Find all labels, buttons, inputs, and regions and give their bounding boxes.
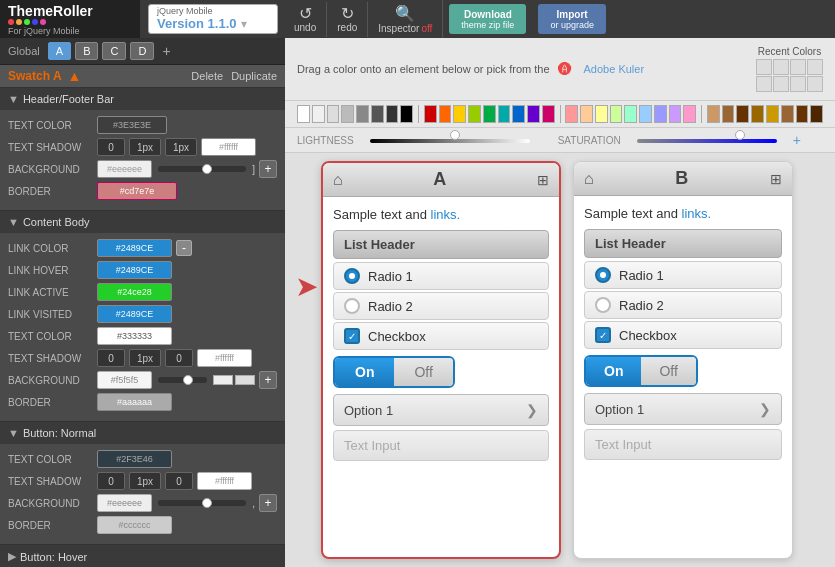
palette-color[interactable] — [512, 105, 525, 123]
content-shadow-y[interactable] — [129, 349, 161, 367]
radio2-a[interactable]: Radio 2 — [333, 292, 549, 320]
add-tab-button[interactable]: + — [162, 43, 170, 59]
toggle-on-a[interactable]: On — [335, 358, 394, 386]
palette-color[interactable] — [312, 105, 325, 123]
palette-color[interactable] — [371, 105, 384, 123]
recent-color-cell[interactable] — [790, 59, 806, 75]
undo-button[interactable]: ↺ undo — [284, 2, 327, 37]
palette-color[interactable] — [400, 105, 413, 123]
palette-color[interactable] — [356, 105, 369, 123]
download-button[interactable]: Download theme zip file — [449, 4, 526, 34]
btn-border-swatch[interactable]: #cccccc — [97, 516, 172, 534]
palette-color[interactable] — [527, 105, 540, 123]
content-shadow-blur[interactable] — [165, 349, 193, 367]
delete-swatch-button[interactable]: Delete — [191, 70, 223, 82]
palette-color[interactable] — [751, 105, 764, 123]
tab-b[interactable]: B — [75, 42, 98, 60]
jquery-mobile-selector[interactable]: jQuery Mobile Version 1.1.0 ▾ — [148, 4, 278, 34]
link-color-minus-button[interactable]: - — [176, 240, 192, 256]
palette-color[interactable] — [781, 105, 794, 123]
sample-link-b[interactable]: links. — [682, 206, 712, 221]
import-button[interactable]: Import or upgrade — [538, 4, 606, 34]
btn-bg-swatch[interactable]: #eeeeee — [97, 494, 152, 512]
palette-color[interactable] — [386, 105, 399, 123]
recent-color-cell[interactable] — [773, 59, 789, 75]
palette-color[interactable] — [610, 105, 623, 123]
btn-text-color-swatch[interactable]: #2F3E46 — [97, 450, 172, 468]
select-b[interactable]: Option 1 ❯ — [584, 393, 782, 425]
btn-bg-slider[interactable] — [158, 500, 246, 506]
recent-color-cell[interactable] — [807, 76, 823, 92]
palette-color[interactable] — [595, 105, 608, 123]
content-shadow-x[interactable] — [97, 349, 125, 367]
palette-color[interactable] — [707, 105, 720, 123]
radio1-b[interactable]: Radio 1 — [584, 261, 782, 289]
palette-color[interactable] — [297, 105, 310, 123]
palette-color[interactable] — [468, 105, 481, 123]
add-color-button[interactable]: + — [793, 132, 801, 148]
toggle-a[interactable]: On Off — [333, 356, 455, 388]
checkbox-b[interactable]: ✓ Checkbox — [584, 321, 782, 349]
palette-color[interactable] — [453, 105, 466, 123]
section-button-hover-toggle[interactable]: ▶ Button: Hover — [0, 545, 285, 567]
palette-color[interactable] — [424, 105, 437, 123]
link-color-swatch[interactable]: #2489CE — [97, 239, 172, 257]
section-header-footer-toggle[interactable]: ▼ Header/Footer Bar — [0, 88, 285, 110]
text-shadow-blur-input[interactable] — [165, 138, 197, 156]
select-a[interactable]: Option 1 ❯ — [333, 394, 549, 426]
content-border-swatch[interactable]: #aaaaaa — [97, 393, 172, 411]
content-shadow-color-swatch[interactable]: #ffffff — [197, 349, 252, 367]
btn-shadow-y[interactable] — [129, 472, 161, 490]
adobe-kuler-link[interactable]: Adobe Kuler — [584, 63, 645, 75]
btn-shadow-color-swatch[interactable]: #ffffff — [197, 472, 252, 490]
link-active-swatch[interactable]: #24ce28 — [97, 283, 172, 301]
tab-a[interactable]: A — [48, 42, 71, 60]
tab-d[interactable]: D — [130, 42, 154, 60]
palette-color[interactable] — [810, 105, 823, 123]
toggle-off-b[interactable]: Off — [641, 357, 695, 385]
btn-bg-plus-button[interactable]: + — [259, 494, 277, 512]
palette-color[interactable] — [580, 105, 593, 123]
toggle-off-a[interactable]: Off — [394, 358, 452, 386]
link-hover-swatch[interactable]: #2489CE — [97, 261, 172, 279]
palette-color[interactable] — [624, 105, 637, 123]
btn-shadow-blur[interactable] — [165, 472, 193, 490]
palette-color[interactable] — [669, 105, 682, 123]
palette-color[interactable] — [565, 105, 578, 123]
palette-color[interactable] — [683, 105, 696, 123]
recent-color-cell[interactable] — [773, 76, 789, 92]
redo-button[interactable]: ↻ redo — [327, 2, 368, 37]
palette-color[interactable] — [639, 105, 652, 123]
palette-color[interactable] — [327, 105, 340, 123]
tab-c[interactable]: C — [102, 42, 126, 60]
recent-color-cell[interactable] — [807, 59, 823, 75]
background-plus-button[interactable]: + — [259, 160, 277, 178]
palette-color[interactable] — [766, 105, 779, 123]
palette-color[interactable] — [796, 105, 809, 123]
toggle-b[interactable]: On Off — [584, 355, 698, 387]
text-input-b[interactable]: Text Input — [584, 429, 782, 460]
checkbox-a[interactable]: ✓ Checkbox — [333, 322, 549, 350]
content-bg-slider[interactable] — [158, 377, 207, 383]
section-button-normal-toggle[interactable]: ▼ Button: Normal — [0, 422, 285, 444]
text-color-swatch[interactable]: #3E3E3E — [97, 116, 167, 134]
radio2-b[interactable]: Radio 2 — [584, 291, 782, 319]
radio1-a[interactable]: Radio 1 — [333, 262, 549, 290]
recent-color-cell[interactable] — [756, 59, 772, 75]
palette-color[interactable] — [341, 105, 354, 123]
palette-color[interactable] — [439, 105, 452, 123]
background-color-swatch[interactable]: #eeeeee — [97, 160, 152, 178]
text-shadow-x-input[interactable] — [97, 138, 125, 156]
palette-color[interactable] — [722, 105, 735, 123]
duplicate-swatch-button[interactable]: Duplicate — [231, 70, 277, 82]
content-text-color-swatch[interactable]: #333333 — [97, 327, 172, 345]
recent-color-cell[interactable] — [790, 76, 806, 92]
content-bg-plus-button[interactable]: + — [259, 371, 277, 389]
text-shadow-y-input[interactable] — [129, 138, 161, 156]
recent-color-cell[interactable] — [756, 76, 772, 92]
text-shadow-color-swatch[interactable]: #ffffff — [201, 138, 256, 156]
text-input-a[interactable]: Text Input — [333, 430, 549, 461]
palette-color[interactable] — [498, 105, 511, 123]
palette-color[interactable] — [542, 105, 555, 123]
background-slider[interactable] — [158, 166, 246, 172]
